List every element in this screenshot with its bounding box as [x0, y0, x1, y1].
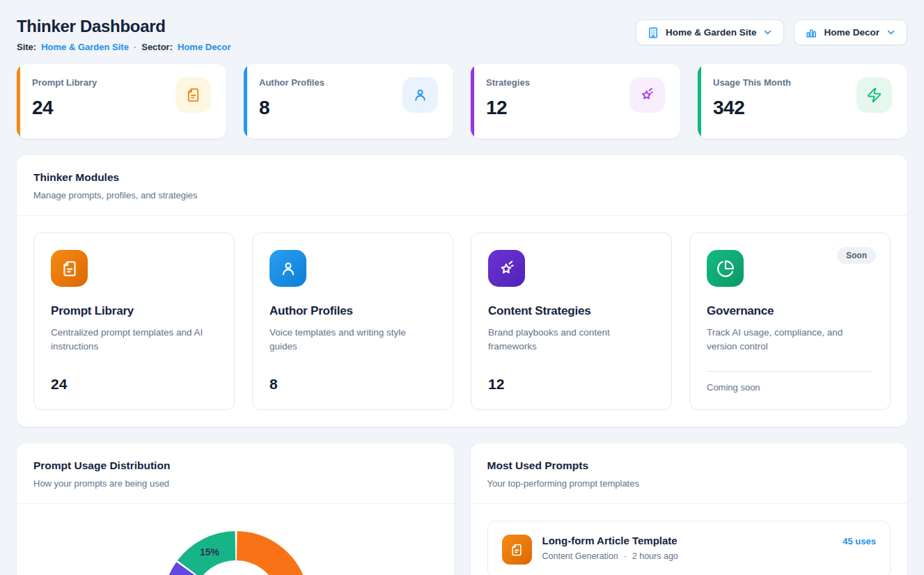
site-label: Site: [17, 42, 36, 52]
sector-label: Sector: [141, 42, 173, 52]
prompt-time: 2 hours ago [632, 551, 678, 561]
sector-selector-dropdown[interactable]: Home Decor [794, 19, 907, 45]
prompt-list-item[interactable]: Long-form Article Template Content Gener… [487, 521, 891, 575]
modules-grid: Prompt Library Centralized prompt templa… [17, 216, 907, 427]
chevron-down-icon [762, 27, 773, 38]
stat-text: Author Profiles 8 [259, 77, 324, 119]
page-header: Thinker Dashboard Site: Home & Garden Si… [17, 17, 907, 52]
site-selector-label: Home & Garden Site [666, 27, 757, 38]
soon-badge: Soon [837, 247, 876, 264]
stat-text: Strategies 12 [486, 77, 530, 119]
module-card-prompt-library[interactable]: Prompt Library Centralized prompt templa… [33, 233, 235, 410]
stat-text: Prompt Library 24 [32, 77, 97, 119]
prompts-card-subtitle: Your top-performing prompt templates [487, 478, 891, 489]
module-card-content-strategies[interactable]: Content Strategies Brand playbooks and c… [471, 233, 672, 410]
stat-label: Usage This Month [713, 77, 791, 88]
page-title: Thinker Dashboard [17, 17, 231, 36]
usage-card-title: Prompt Usage Distribution [33, 459, 437, 472]
module-card-governance[interactable]: Soon Governance Track AI usage, complian… [689, 233, 891, 410]
bar-chart-icon [805, 26, 817, 39]
prompts-card-header: Most Used Prompts Your top-performing pr… [471, 443, 908, 504]
modules-subtitle: Manage prompts, profiles, and strategies [33, 190, 891, 200]
usage-donut-chart[interactable]: 15% [17, 504, 453, 575]
module-count: 24 [51, 376, 217, 393]
module-title: Author Profiles [269, 304, 436, 318]
prompt-uses-badge: 45 uses [843, 536, 876, 546]
document-icon [502, 535, 532, 565]
stat-label: Prompt Library [32, 77, 97, 88]
building-icon [647, 26, 659, 39]
stat-value: 12 [486, 97, 530, 119]
site-link[interactable]: Home & Garden Site [41, 42, 129, 52]
sparkle-star-icon [488, 250, 525, 287]
sector-link[interactable]: Home Decor [178, 42, 231, 52]
header-left: Thinker Dashboard Site: Home & Garden Si… [17, 17, 231, 52]
site-selector-dropdown[interactable]: Home & Garden Site [636, 19, 785, 45]
header-selectors: Home & Garden Site Home Decor [636, 19, 907, 45]
usage-card-header: Prompt Usage Distribution How your promp… [17, 443, 454, 504]
stat-value: 342 [713, 97, 791, 119]
prompt-item-body: Long-form Article Template Content Gener… [542, 535, 833, 561]
module-description: Voice templates and writing style guides [269, 326, 436, 354]
prompt-meta: Content Generation · 2 hours ago [542, 551, 833, 561]
usage-distribution-card: Prompt Usage Distribution How your promp… [17, 443, 454, 575]
thinker-modules-panel: Thinker Modules Manage prompts, profiles… [17, 155, 907, 427]
prompt-list: Long-form Article Template Content Gener… [471, 504, 908, 575]
breadcrumb: Site: Home & Garden Site · Sector: Home … [17, 42, 231, 52]
module-description: Track AI usage, compliance, and version … [707, 326, 873, 354]
donut-segment-purple[interactable] [178, 571, 188, 575]
user-icon [402, 77, 438, 113]
donut-segment-label: 15% [200, 546, 220, 558]
separator-dot: · [134, 42, 136, 52]
separator-dot: · [624, 551, 627, 561]
usage-card-subtitle: How your prompts are being used [33, 478, 437, 489]
module-card-author-profiles[interactable]: Author Profiles Voice templates and writ… [252, 233, 453, 410]
stat-label: Strategies [486, 77, 530, 88]
module-title: Content Strategies [488, 304, 655, 318]
stat-value: 24 [32, 97, 97, 119]
chevron-down-icon [886, 27, 896, 38]
document-icon [175, 77, 211, 113]
modules-panel-header: Thinker Modules Manage prompts, profiles… [17, 155, 907, 216]
most-used-prompts-card: Most Used Prompts Your top-performing pr… [471, 443, 908, 575]
donut-segment-orange[interactable] [237, 546, 295, 575]
module-title: Prompt Library [51, 304, 217, 318]
pie-chart-icon [707, 250, 744, 287]
module-count: 8 [269, 376, 436, 393]
stat-card-author-profiles: Author Profiles 8 [244, 64, 453, 139]
module-description: Brand playbooks and content frameworks [488, 326, 655, 354]
sector-selector-label: Home Decor [824, 27, 879, 38]
stats-row: Prompt Library 24 Author Profiles 8 Stra… [17, 64, 907, 139]
bottom-row: Prompt Usage Distribution How your promp… [17, 443, 907, 575]
modules-title: Thinker Modules [33, 171, 891, 184]
stat-card-strategies: Strategies 12 [471, 64, 680, 139]
user-icon [269, 250, 306, 287]
document-icon [51, 250, 88, 287]
prompt-title: Long-form Article Template [542, 535, 833, 546]
coming-soon-label: Coming soon [707, 371, 873, 393]
module-count: 12 [488, 376, 655, 393]
dashboard-page: Thinker Dashboard Site: Home & Garden Si… [0, 0, 924, 575]
lightning-icon [856, 77, 892, 113]
module-title: Governance [707, 304, 873, 318]
stat-text: Usage This Month 342 [713, 77, 791, 119]
stat-card-usage: Usage This Month 342 [698, 64, 907, 139]
stat-label: Author Profiles [259, 77, 324, 88]
module-description: Centralized prompt templates and AI inst… [51, 326, 217, 354]
sparkle-star-icon [629, 77, 665, 113]
prompts-card-title: Most Used Prompts [487, 459, 891, 472]
stat-card-prompt-library: Prompt Library 24 [17, 64, 226, 139]
chart-area: 15% [17, 504, 454, 575]
stat-value: 8 [259, 97, 324, 119]
prompt-category: Content Generation [542, 551, 618, 561]
